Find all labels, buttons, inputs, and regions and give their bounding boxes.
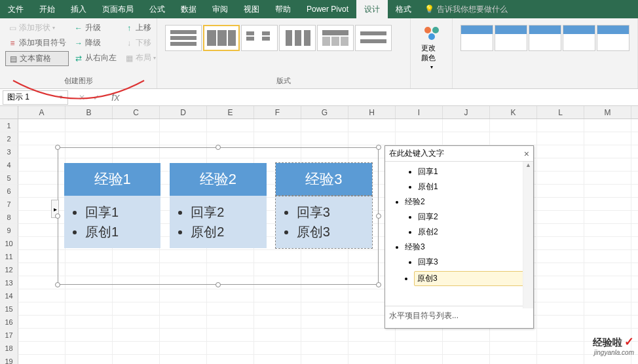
column-header[interactable]: D bbox=[160, 106, 207, 118]
cell[interactable] bbox=[490, 342, 537, 355]
cell[interactable] bbox=[348, 132, 396, 145]
column-header[interactable]: E bbox=[207, 106, 254, 118]
cell[interactable] bbox=[160, 289, 207, 302]
smartart-shape[interactable]: ▸ 经验1回享1原创1经验2回享2原创2经验3回享3原创3 bbox=[58, 147, 379, 285]
text-pane-body[interactable]: 回享1原创1经验2回享2原创2经验3回享3原创3 bbox=[385, 162, 533, 306]
menu-tab-插入[interactable]: 插入 bbox=[63, 0, 94, 18]
column-header[interactable]: K bbox=[490, 106, 537, 118]
text-pane-item[interactable]: 原创2 bbox=[418, 225, 532, 240]
tell-me-search[interactable]: 💡 bbox=[419, 5, 540, 14]
cell[interactable] bbox=[254, 289, 301, 302]
row-header[interactable]: 19 bbox=[0, 355, 18, 364]
spreadsheet-grid[interactable]: ABCDEFGHIJKLM 12345678910111213141516171… bbox=[0, 106, 638, 364]
resize-handle[interactable] bbox=[55, 145, 60, 150]
cell[interactable] bbox=[396, 342, 443, 355]
row-header[interactable]: 2 bbox=[0, 132, 18, 145]
column-header[interactable]: J bbox=[443, 106, 490, 118]
menu-tab-格式[interactable]: 格式 bbox=[388, 0, 419, 18]
cell[interactable] bbox=[537, 132, 584, 145]
cell[interactable] bbox=[584, 276, 631, 289]
row-header[interactable]: 9 bbox=[0, 224, 18, 237]
promote-button[interactable]: ←升级 bbox=[71, 21, 119, 35]
cell[interactable] bbox=[396, 132, 443, 145]
cell[interactable] bbox=[537, 342, 584, 355]
cell[interactable] bbox=[301, 342, 348, 355]
cell[interactable] bbox=[254, 342, 301, 355]
row-header[interactable]: 11 bbox=[0, 250, 18, 263]
move-down-button[interactable]: ↓下移 bbox=[122, 36, 159, 50]
cell[interactable] bbox=[113, 316, 160, 329]
cell[interactable] bbox=[160, 132, 207, 145]
cell[interactable] bbox=[584, 250, 631, 263]
cell[interactable] bbox=[443, 342, 490, 355]
cell[interactable] bbox=[66, 355, 113, 364]
row-header[interactable]: 18 bbox=[0, 342, 18, 355]
cell[interactable] bbox=[584, 198, 631, 211]
text-pane-item[interactable]: 回享2 bbox=[418, 209, 532, 225]
text-pane-item[interactable]: 回享1 bbox=[418, 164, 532, 179]
cell[interactable] bbox=[66, 316, 113, 329]
cell[interactable] bbox=[160, 316, 207, 329]
cell[interactable] bbox=[18, 132, 66, 145]
row-header[interactable]: 1 bbox=[0, 119, 18, 132]
layout-thumb[interactable] bbox=[279, 25, 316, 51]
cell[interactable] bbox=[537, 263, 584, 276]
cell[interactable] bbox=[301, 355, 348, 364]
column-header[interactable]: I bbox=[396, 106, 443, 118]
cell[interactable] bbox=[160, 302, 207, 316]
resize-handle[interactable] bbox=[376, 213, 381, 219]
menu-tab-开始[interactable]: 开始 bbox=[31, 0, 63, 18]
enter-icon[interactable]: ✓ bbox=[93, 93, 100, 102]
tell-me-input[interactable] bbox=[437, 5, 535, 14]
cell[interactable] bbox=[66, 329, 113, 342]
menu-tab-数据[interactable]: 数据 bbox=[173, 0, 204, 18]
cell[interactable] bbox=[348, 342, 396, 355]
cell[interactable] bbox=[301, 302, 348, 316]
cell[interactable] bbox=[18, 342, 66, 355]
text-pane-button[interactable]: ▤文本窗格 bbox=[5, 51, 69, 66]
cell[interactable] bbox=[537, 172, 584, 185]
cell[interactable] bbox=[537, 145, 584, 158]
row-header[interactable]: 15 bbox=[0, 302, 18, 316]
cell[interactable] bbox=[207, 132, 254, 145]
menu-tab-公式[interactable]: 公式 bbox=[141, 0, 173, 18]
cell[interactable] bbox=[396, 355, 443, 364]
text-pane-item[interactable]: 原创1 bbox=[418, 179, 532, 194]
cell[interactable] bbox=[584, 132, 631, 145]
cell[interactable] bbox=[584, 185, 631, 198]
cell[interactable] bbox=[396, 329, 443, 342]
column-header[interactable]: M bbox=[584, 106, 631, 118]
row-header[interactable]: 17 bbox=[0, 329, 18, 342]
cell[interactable] bbox=[207, 355, 254, 364]
text-pane-item[interactable]: 经验3 bbox=[405, 240, 532, 255]
cell[interactable] bbox=[207, 329, 254, 342]
cell[interactable] bbox=[113, 342, 160, 355]
cell[interactable] bbox=[490, 329, 537, 342]
resize-handle[interactable] bbox=[55, 213, 60, 219]
cell[interactable] bbox=[537, 276, 584, 289]
select-all-corner[interactable] bbox=[0, 106, 18, 118]
row-header[interactable]: 4 bbox=[0, 158, 18, 172]
menu-tab-视图[interactable]: 视图 bbox=[236, 0, 267, 18]
cell[interactable] bbox=[443, 355, 490, 364]
row-header[interactable]: 10 bbox=[0, 237, 18, 250]
cancel-icon[interactable]: ✕ bbox=[79, 93, 85, 102]
cell[interactable] bbox=[443, 132, 490, 145]
formula-input[interactable] bbox=[123, 93, 638, 102]
cell[interactable] bbox=[584, 316, 631, 329]
cell[interactable] bbox=[348, 119, 396, 132]
cell[interactable] bbox=[584, 119, 631, 132]
cell[interactable] bbox=[537, 198, 584, 211]
cell[interactable] bbox=[254, 316, 301, 329]
cell[interactable] bbox=[113, 355, 160, 364]
cell[interactable] bbox=[254, 132, 301, 145]
cell[interactable] bbox=[207, 302, 254, 316]
smartart-text-pane[interactable]: 在此处键入文字 × 回享1原创1经验2回享2原创2经验3回享3原创3 ▲ 水平项… bbox=[385, 145, 534, 329]
cell[interactable] bbox=[18, 289, 66, 302]
row-header[interactable]: 3 bbox=[0, 145, 18, 158]
cell[interactable] bbox=[584, 263, 631, 276]
row-header[interactable]: 8 bbox=[0, 211, 18, 224]
resize-handle[interactable] bbox=[216, 145, 221, 150]
cell[interactable] bbox=[160, 329, 207, 342]
resize-handle[interactable] bbox=[55, 282, 60, 287]
